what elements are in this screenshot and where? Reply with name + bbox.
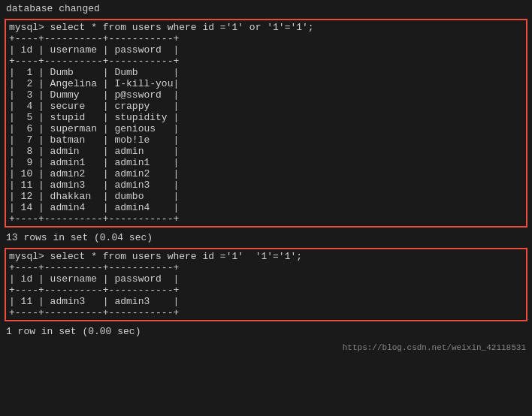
db-changed-text: database changed <box>0 3 532 16</box>
status-line-2: 1 row in set (0.00 sec) <box>0 324 532 339</box>
prompt-1: mysql> <box>9 22 50 33</box>
query-block-1: mysql> select * from users where id ='1'… <box>5 19 527 228</box>
table1-row-4: | 4 | secure | crappy | <box>9 101 523 112</box>
table2-sep2: +----+----------+-----------+ <box>9 285 523 296</box>
table1-row-6: | 6 | superman | genious | <box>9 123 523 134</box>
table1-row-1: | 1 | Dumb | Dumb | <box>9 67 523 78</box>
table1-row-9: | 9 | admin1 | admin1 | <box>9 157 523 168</box>
prompt-2: mysql> <box>9 251 50 262</box>
table1-sep1: +----+----------+-----------+ <box>9 33 523 44</box>
table2-header: | id | username | password | <box>9 273 523 285</box>
status-line-1: 13 rows in set (0.04 sec) <box>0 231 532 245</box>
table1-row-10: | 10 | admin2 | admin2 | <box>9 168 523 179</box>
table1-row-12: | 12 | dhakkan | dumbo | <box>9 191 523 202</box>
table1-row-2: | 2 | Angelina | I-kill-you| <box>9 78 523 89</box>
table1-sep3: +----+----------+-----------+ <box>9 213 523 225</box>
terminal: database changed mysql> select * from us… <box>0 0 532 357</box>
table1-row-5: | 5 | stupid | stupidity | <box>9 112 523 123</box>
query-block-2: mysql> select * from users where id ='1'… <box>5 248 527 321</box>
table2-sep3: +----+----------+-----------+ <box>9 307 523 318</box>
table2-sep1: +----+----------+-----------+ <box>9 262 523 273</box>
watermark: https://blog.csdn.net/weixin_42118531 <box>0 339 532 354</box>
table1-row-8: | 8 | admin | admin | <box>9 146 523 157</box>
query-line-2: mysql> select * from users where id ='1'… <box>9 251 523 262</box>
table1-row-14: | 14 | admin4 | admin4 | <box>9 202 523 213</box>
table1-header: | id | username | password | <box>9 44 523 56</box>
query-line-1: mysql> select * from users where id ='1'… <box>9 22 523 33</box>
sql-query-2: select * from users where id ='1' '1'='1… <box>50 251 302 262</box>
table1-row-11: | 11 | admin3 | admin3 | <box>9 179 523 191</box>
sql-query-1: select * from users where id ='1' or '1'… <box>50 22 314 33</box>
table1-sep2: +----+----------+-----------+ <box>9 56 523 67</box>
table2-row-1: | 11 | admin3 | admin3 | <box>9 296 523 307</box>
table1-row-7: | 7 | batman | mob!le | <box>9 134 523 146</box>
table1-row-3: | 3 | Dummy | p@ssword | <box>9 89 523 101</box>
